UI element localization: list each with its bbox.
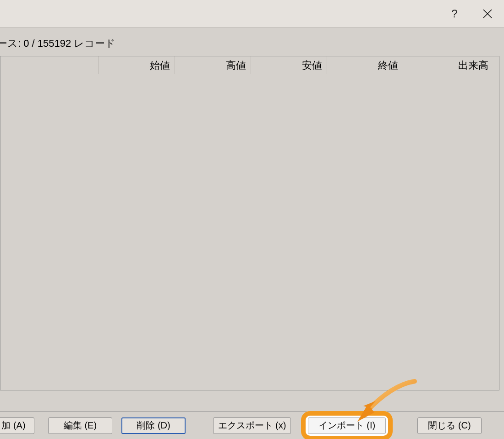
dialog-button-row: 加 (A) 編集 (E) 削除 (D) エクスポート (x) インポート (I)…	[0, 412, 504, 439]
table-body-empty	[0, 75, 499, 390]
delete-button[interactable]: 削除 (D)	[121, 417, 186, 434]
data-table: 始値 高値 安値 終値 出来高	[0, 56, 499, 390]
column-header-low[interactable]: 安値	[251, 56, 327, 74]
record-status-text: ース: 0 / 155192 レコード	[0, 27, 504, 56]
column-header-open[interactable]: 始値	[99, 56, 175, 74]
import-button[interactable]: インポート (I)	[308, 417, 386, 434]
column-header-volume[interactable]: 出来高	[403, 56, 493, 74]
titlebar: ?	[0, 0, 504, 27]
dialog-content: ース: 0 / 155192 レコード 始値 高値 安値 終値 出来高	[0, 27, 504, 412]
window-close-button[interactable]	[471, 0, 504, 27]
help-button[interactable]: ?	[438, 0, 471, 27]
export-button[interactable]: エクスポート (x)	[213, 417, 291, 434]
table-header-row: 始値 高値 安値 終値 出来高	[0, 56, 499, 75]
close-button[interactable]: 閉じる (C)	[417, 417, 482, 434]
edit-button[interactable]: 編集 (E)	[48, 417, 112, 434]
column-header-close[interactable]: 終値	[327, 56, 403, 74]
column-header-high[interactable]: 高値	[175, 56, 251, 74]
close-icon	[482, 9, 493, 19]
add-button[interactable]: 加 (A)	[0, 417, 34, 434]
column-header-blank[interactable]	[0, 56, 99, 74]
import-button-highlight: インポート (I)	[301, 411, 393, 439]
